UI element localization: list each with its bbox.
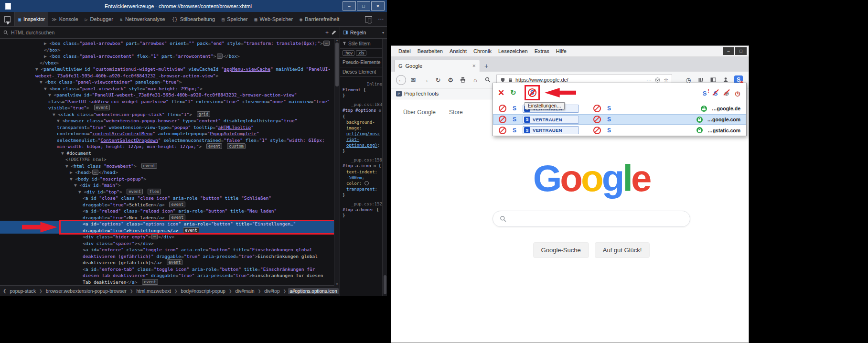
- event-badge[interactable]: event: [183, 227, 199, 233]
- grid-badge[interactable]: grid: [197, 111, 210, 117]
- tab-netzwerkanalyse[interactable]: ⇅Netzwerkanalyse: [117, 12, 169, 26]
- wrench-button[interactable]: ⚙: [445, 74, 456, 86]
- script-icon[interactable]: S: [606, 127, 612, 134]
- tab-web-speicher[interactable]: ▦Web-Speicher: [251, 12, 297, 26]
- section-dieses element[interactable]: Dieses Element: [340, 67, 387, 77]
- preset-untrusted-icon[interactable]: S: [712, 89, 719, 96]
- css-declaration[interactable]: text-indent: -500em;: [343, 169, 382, 181]
- tab-debugger[interactable]: ▷Debugger: [82, 12, 117, 26]
- event-badge[interactable]: event: [141, 163, 158, 169]
- twisty-icon[interactable]: ▼: [53, 112, 55, 117]
- preset-default-icon[interactable]: S!: [701, 89, 708, 96]
- bookmark-item[interactable]: PropTechTools: [404, 91, 439, 96]
- markup-line[interactable]: ▼ <panelmultiview id="customizationui-wi…: [0, 66, 340, 79]
- markup-line[interactable]: ▼ <panelview id="PanelUI-webext-_73a6fe3…: [0, 92, 340, 111]
- markup-line[interactable]: ▼ <browser class="webextension-popup-bro…: [0, 118, 340, 150]
- mail-button[interactable]: ✉: [407, 74, 419, 86]
- rule-source[interactable]: Inline: [343, 81, 382, 87]
- trust-button[interactable]: SVERTRAUEN: [523, 126, 579, 134]
- event-badge[interactable]: event: [167, 259, 183, 265]
- minimize-button[interactable]: –: [723, 47, 734, 55]
- reload-button[interactable]: ↻: [432, 74, 444, 86]
- block-icon[interactable]: [499, 127, 506, 134]
- twisty-icon[interactable]: ▼: [74, 182, 77, 188]
- tab-speicher[interactable]: ▤Speicher: [218, 12, 251, 26]
- markup-line[interactable]: ▼ <box class="panel-viewstack" style="ma…: [0, 86, 340, 92]
- toggle-hov[interactable]: :hov: [343, 50, 354, 56]
- popup-close-button[interactable]: ✕: [498, 88, 508, 98]
- scrollbar-thumb[interactable]: [335, 43, 339, 86]
- breadcrumb-item[interactable]: browser.webextension-popup-browser: [44, 288, 128, 294]
- tab-close-icon[interactable]: ✕: [472, 64, 476, 68]
- markup-line[interactable]: <div class="spacer"></div>: [0, 240, 340, 247]
- markup-line[interactable]: ▼ <box class="panel-viewcontainer" panel…: [0, 79, 340, 86]
- close-button[interactable]: ✕: [371, 1, 385, 11]
- markup-line-selected[interactable]: <a id="options" class="options icon" ari…: [0, 221, 340, 234]
- page-actions-icon[interactable]: ⋯: [646, 77, 652, 83]
- menu-extras[interactable]: Extras: [531, 48, 553, 54]
- markup-line[interactable]: ▼ <html class="mozwebext"> event: [0, 163, 340, 170]
- twisty-icon[interactable]: ▼: [35, 66, 38, 72]
- event-badge[interactable]: event: [94, 105, 110, 110]
- preset-temp-icon[interactable]: ◷: [734, 89, 741, 96]
- custom-badge[interactable]: custom: [227, 143, 246, 149]
- devtools-menu-button[interactable]: ⋯: [375, 12, 387, 26]
- responsive-mode-button[interactable]: [362, 12, 375, 26]
- script-icon[interactable]: S: [511, 116, 518, 123]
- block-icon[interactable]: [593, 127, 601, 134]
- maximize-button[interactable]: □: [357, 1, 370, 11]
- breadcrumb-item[interactable]: div#top: [263, 288, 281, 294]
- rule-source[interactable]: _pup.css:183: [343, 102, 382, 107]
- event-badge[interactable]: event: [206, 143, 223, 149]
- breadcrumb-item[interactable]: a#options.options.icon: [288, 288, 339, 294]
- markup-line[interactable]: ▼ <div id="main">: [0, 182, 340, 189]
- menu-lesezeichen[interactable]: Lesezeichen: [495, 48, 531, 54]
- rule-selector[interactable]: #top #options ⚙ {: [343, 107, 382, 119]
- markup-line[interactable]: <a id="close" class="close icon" aria-ro…: [0, 195, 340, 208]
- ellipsis-expander[interactable]: ⋯: [151, 234, 158, 239]
- google-button[interactable]: Auf gut Glück!: [595, 242, 650, 258]
- forward-button[interactable]: →: [420, 74, 431, 86]
- script-icon[interactable]: S: [511, 127, 518, 134]
- markup-line[interactable]: <div class="hider empty">⋯</div>: [0, 234, 340, 240]
- script-icon[interactable]: S: [511, 105, 518, 112]
- breadcrumb-item[interactable]: popup-stack: [9, 288, 37, 294]
- flex-badge[interactable]: flex: [148, 189, 161, 194]
- twisty-icon[interactable]: ▼: [70, 176, 73, 182]
- pocket-icon[interactable]: [655, 77, 660, 83]
- tab-inspektor[interactable]: ▣Inspektor: [15, 12, 48, 26]
- event-badge[interactable]: event: [142, 279, 158, 285]
- event-badge[interactable]: event: [169, 202, 185, 207]
- rule-source[interactable]: _pup.css:152: [343, 201, 382, 207]
- new-tab-button[interactable]: +: [480, 60, 493, 72]
- rule-selector[interactable]: #top a:hover {: [343, 207, 382, 213]
- shield-icon[interactable]: [500, 77, 505, 83]
- browser-tab[interactable]: G Google ✕: [394, 60, 480, 72]
- menu-chronik[interactable]: Chronik: [470, 48, 495, 54]
- menu-datei[interactable]: Datei: [395, 48, 414, 54]
- block-icon[interactable]: [499, 105, 506, 112]
- noscript-site-row[interactable]: SSVERTRAUENS…google.com: [493, 114, 746, 125]
- scroll-down-icon[interactable]: ▼: [336, 283, 339, 286]
- popup-reload-button[interactable]: ↻: [510, 88, 521, 97]
- section-pseudo-elemente[interactable]: Pseudo-Elemente: [340, 58, 387, 67]
- css-declaration[interactable]: background-image: url(/img/noscript-opti…: [343, 119, 382, 148]
- scroll-up-icon[interactable]: ▲: [336, 39, 339, 42]
- script-icon[interactable]: S: [606, 116, 612, 123]
- color-swatch[interactable]: [364, 181, 369, 185]
- ellipsis-expander[interactable]: ⋯: [323, 41, 330, 46]
- rule-source[interactable]: _pup.css:156: [343, 157, 382, 163]
- lock-icon[interactable]: [508, 77, 513, 83]
- markup-line[interactable]: ▼ #document: [0, 150, 340, 157]
- twisty-icon[interactable]: ▼: [65, 163, 68, 169]
- rules-scrollbar[interactable]: [382, 39, 387, 296]
- markup-line[interactable]: ▶ <box class="panel-arrowcontent" flex="…: [0, 53, 340, 60]
- markup-view[interactable]: ▶ <box class="panel-arrowbox" part="arro…: [0, 39, 340, 285]
- twisty-icon[interactable]: ▶: [70, 170, 73, 175]
- tab-konsole[interactable]: ≫Konsole: [48, 12, 81, 26]
- maximize-button[interactable]: □: [735, 47, 747, 55]
- preset-custom-icon[interactable]: ⊕: [723, 89, 730, 96]
- add-node-button[interactable]: +: [325, 29, 329, 36]
- markup-line[interactable]: <a id="reload" class="reload icon" aria-…: [0, 208, 340, 221]
- google-button[interactable]: Google-Suche: [533, 242, 589, 258]
